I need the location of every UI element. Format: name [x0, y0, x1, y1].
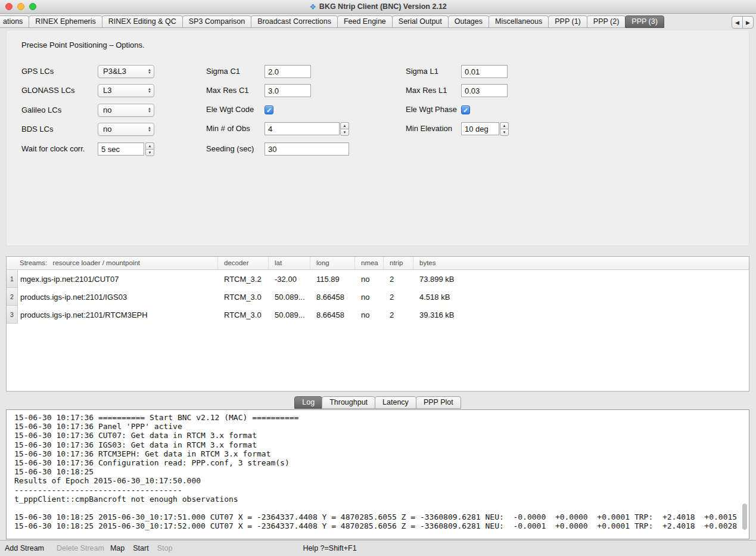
min-elevation-stepper[interactable]: ▲ ▼: [500, 122, 509, 136]
col-lat: lat: [269, 257, 310, 269]
zoom-window-button[interactable]: [29, 3, 36, 10]
window-title: ❖ BKG Ntrip Client (BNC) Version 2.12: [309, 2, 447, 11]
ele-wgt-phase-checkbox[interactable]: ✓: [461, 105, 470, 114]
gps-lcs-value: P3&L3: [103, 67, 126, 76]
cell-bytes: 39.316 kB: [413, 310, 749, 319]
min-elevation-input[interactable]: [461, 122, 499, 135]
stream-row[interactable]: 3 products.igs-ip.net:2101/RTCM3EPH RTCM…: [7, 306, 749, 324]
seeding-input[interactable]: [265, 142, 349, 156]
cell-mountpoint: products.igs-ip.net:2101/RTCM3EPH: [18, 310, 218, 319]
min-elevation-label: Min Elevation: [406, 122, 452, 135]
cell-lat: 50.089...: [269, 310, 310, 319]
stepper-up-icon[interactable]: ▲: [340, 122, 349, 129]
tab-latency[interactable]: Latency: [375, 396, 416, 409]
glonass-lcs-value: L3: [103, 86, 111, 95]
main-tab-bar: ations RINEX Ephemeris RINEX Editing & Q…: [0, 14, 756, 29]
cell-lat: 50.089...: [269, 293, 310, 302]
cell-lat: -32.00: [269, 275, 310, 284]
wait-clock-input[interactable]: [98, 142, 144, 156]
cell-decoder: RTCM_3.0: [218, 310, 269, 319]
tab-ppp-plot[interactable]: PPP Plot: [416, 396, 461, 409]
cell-ntrip: 2: [384, 275, 413, 284]
col-ntrip: ntrip: [384, 257, 413, 269]
stepper-down-icon[interactable]: ▼: [340, 129, 349, 136]
stepper-up-icon[interactable]: ▲: [145, 142, 154, 149]
scrollbar-thumb[interactable]: [742, 504, 747, 530]
sigma-l1-input[interactable]: [461, 65, 508, 78]
combo-updown-icon: ▲▼: [148, 123, 151, 135]
tab-miscellaneous[interactable]: Miscellaneous: [489, 15, 549, 28]
cell-decoder: RTCM_3.2: [218, 275, 269, 284]
start-button[interactable]: Start: [133, 544, 148, 552]
glonass-lcs-select[interactable]: L3 ▲▼: [98, 84, 154, 97]
help-shortcut-label: Help ?=Shift+F1: [303, 544, 356, 552]
cell-long: 115.89: [310, 275, 355, 284]
map-button[interactable]: Map: [110, 544, 125, 552]
sigma-l1-label: Sigma L1: [406, 65, 438, 78]
log-text: 15-06-30 10:17:36 ========== Start BNC v…: [7, 410, 749, 531]
minimize-window-button[interactable]: [17, 3, 24, 10]
cell-nmea: no: [355, 275, 384, 284]
min-obs-input[interactable]: [265, 122, 340, 135]
row-number: 1: [7, 270, 18, 288]
bds-lcs-label: BDS LCs: [21, 123, 53, 136]
tab-rinex-editing-qc[interactable]: RINEX Editing & QC: [102, 15, 183, 28]
gps-lcs-select[interactable]: P3&L3 ▲▼: [98, 65, 154, 78]
stepper-down-icon[interactable]: ▼: [500, 129, 509, 136]
check-icon: ✓: [462, 106, 469, 114]
stream-row[interactable]: 1 mgex.igs-ip.net:2101/CUT07 RTCM_3.2 -3…: [7, 270, 749, 288]
col-bytes: bytes: [413, 257, 749, 269]
tab-outages[interactable]: Outages: [448, 15, 489, 28]
cell-long: 8.66458: [310, 310, 355, 319]
tab-rinex-ephemeris[interactable]: RINEX Ephemeris: [29, 15, 102, 28]
col-decoder: decoder: [218, 257, 269, 269]
ppp3-options-panel: Precise Point Positioning – Options. GPS…: [6, 30, 749, 246]
add-stream-button[interactable]: Add Stream: [5, 544, 44, 552]
max-res-l1-input[interactable]: [461, 84, 508, 97]
delete-stream-button[interactable]: Delete Stream: [57, 544, 104, 552]
tab-ppp-3[interactable]: PPP (3): [625, 15, 664, 28]
cell-mountpoint: products.igs-ip.net:2101/IGS03: [18, 293, 218, 302]
ele-wgt-phase-label: Ele Wgt Phase: [406, 103, 457, 116]
tab-ppp-1[interactable]: PPP (1): [548, 15, 587, 28]
tab-throughput[interactable]: Throughput: [322, 396, 375, 409]
tab-scroll-buttons: ◀ ▶: [732, 16, 754, 29]
wait-clock-stepper[interactable]: ▲ ▼: [145, 142, 154, 156]
app-icon: ❖: [309, 2, 316, 11]
tab-feed-engine[interactable]: Feed Engine: [337, 15, 393, 28]
tab-broadcast-corrections[interactable]: Broadcast Corrections: [251, 15, 338, 28]
streams-table-header: Streams: resource loader / mountpoint de…: [7, 257, 749, 270]
title-bar: ❖ BKG Ntrip Client (BNC) Version 2.12: [0, 0, 756, 14]
max-res-c1-input[interactable]: [265, 84, 311, 97]
stepper-up-icon[interactable]: ▲: [500, 122, 509, 129]
ele-wgt-code-label: Ele Wgt Code: [206, 103, 254, 116]
min-obs-label: Min # of Obs: [206, 122, 250, 135]
cell-long: 8.66458: [310, 293, 355, 302]
tab-rinex-observations[interactable]: ations: [0, 15, 29, 28]
tab-scroll-left-icon[interactable]: ◀: [732, 16, 743, 29]
combo-updown-icon: ▲▼: [148, 66, 151, 77]
sigma-c1-input[interactable]: [265, 65, 311, 78]
bds-lcs-select[interactable]: no ▲▼: [98, 123, 154, 136]
ele-wgt-code-checkbox[interactable]: ✓: [265, 105, 273, 114]
cell-bytes: 73.899 kB: [413, 275, 749, 284]
seeding-label: Seeding (sec): [206, 142, 254, 156]
row-number: 3: [7, 306, 18, 324]
tab-sp3-comparison[interactable]: SP3 Comparison: [182, 15, 252, 28]
stepper-down-icon[interactable]: ▼: [145, 149, 154, 156]
col-nmea: nmea: [355, 257, 384, 269]
tab-ppp-2[interactable]: PPP (2): [587, 15, 626, 28]
tab-serial-output[interactable]: Serial Output: [392, 15, 449, 28]
log-output[interactable]: 15-06-30 10:17:36 ========== Start BNC v…: [6, 409, 749, 539]
window-title-text: BKG Ntrip Client (BNC) Version 2.12: [319, 2, 447, 11]
close-window-button[interactable]: [5, 3, 13, 10]
tab-log[interactable]: Log: [294, 396, 322, 409]
log-scrollbar[interactable]: [741, 411, 748, 538]
min-obs-stepper[interactable]: ▲ ▼: [340, 122, 349, 136]
stream-row[interactable]: 2 products.igs-ip.net:2101/IGS03 RTCM_3.…: [7, 288, 749, 306]
galileo-lcs-select[interactable]: no ▲▼: [98, 104, 154, 117]
col-mountpoint: Streams: resource loader / mountpoint: [7, 257, 218, 269]
tab-scroll-right-icon[interactable]: ▶: [742, 16, 754, 29]
cell-nmea: no: [355, 310, 384, 319]
stop-button[interactable]: Stop: [157, 544, 173, 552]
